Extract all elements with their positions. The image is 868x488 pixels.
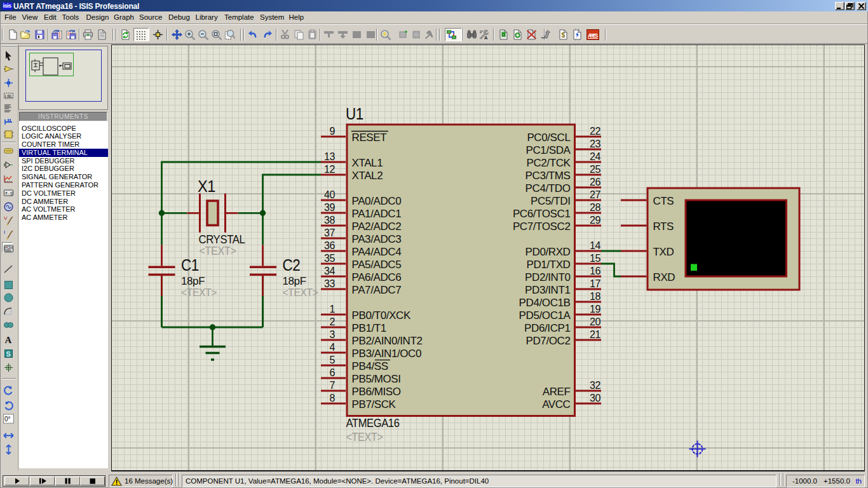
svg-text:PB1/T1: PB1/T1 [352,322,386,334]
svg-text:PD2/INT0: PD2/INT0 [525,271,570,283]
svg-text:PA1/ADC1: PA1/ADC1 [352,208,402,220]
svg-text:24: 24 [590,151,600,162]
svg-text:PA0/ADC0: PA0/ADC0 [352,195,402,207]
svg-text:PB2/AIN0/INT2: PB2/AIN0/INT2 [352,335,423,347]
svg-text:33: 33 [324,278,335,289]
svg-text:19: 19 [590,304,600,315]
svg-text:21: 21 [590,329,600,340]
svg-text:PB4/SS: PB4/SS [352,360,388,372]
svg-text:<TEXT>: <TEXT> [283,287,318,299]
svg-text:14: 14 [590,240,600,251]
svg-text:40: 40 [324,189,335,200]
svg-text:8: 8 [330,393,336,403]
svg-text:PD7/OC2: PD7/OC2 [526,335,571,347]
svg-text:34: 34 [324,266,335,276]
svg-text:26: 26 [590,177,600,187]
svg-text:23: 23 [590,139,600,149]
svg-text:32: 32 [590,380,600,391]
svg-text:PB0/T0/XCK: PB0/T0/XCK [352,309,411,322]
svg-text:PC6/TOSC1: PC6/TOSC1 [513,208,571,220]
svg-text:PC2/TCK: PC2/TCK [527,157,571,169]
svg-text:PA2/ADC2: PA2/ADC2 [352,220,402,233]
svg-text:ARES: ARES [588,32,599,39]
svg-text:PC3/TMS: PC3/TMS [526,170,571,182]
svg-text:RESET: RESET [352,132,387,144]
svg-text:16: 16 [590,266,600,276]
svg-text:PD1/TXD: PD1/TXD [527,259,571,271]
svg-text:PA6/ADC6: PA6/ADC6 [352,271,402,283]
svg-text:3: 3 [330,329,336,340]
svg-text:2: 2 [330,316,336,327]
svg-text:AVCC: AVCC [542,398,570,410]
svg-text:I: I [4,229,5,235]
svg-text:PC4/TDO: PC4/TDO [526,182,571,194]
svg-text:PD6/ICP1: PD6/ICP1 [524,322,570,334]
svg-text:PA4/ADC4: PA4/ADC4 [352,246,402,258]
svg-text:A: A [5,335,12,345]
svg-text:PC1/SDA: PC1/SDA [526,144,571,156]
svg-text:36: 36 [324,240,335,251]
svg-text:TXD: TXD [653,246,674,258]
svg-text:5: 5 [330,355,336,365]
svg-text:PC0/SCL: PC0/SCL [527,132,570,144]
svg-text:C2: C2 [283,256,301,274]
svg-text:U1: U1 [346,105,363,123]
svg-text:37: 37 [324,227,335,238]
svg-text:PA7/ADC7: PA7/ADC7 [352,284,402,296]
svg-text:18: 18 [590,291,600,302]
svg-text:25: 25 [590,164,600,175]
svg-text:<TEXT>: <TEXT> [200,245,236,257]
svg-text:LBL: LBL [5,94,13,98]
svg-text:PD3/INT1: PD3/INT1 [525,284,570,296]
svg-text:<TEXT>: <TEXT> [181,287,217,299]
svg-text:PC5/TDI: PC5/TDI [531,195,570,207]
svg-text:27: 27 [590,189,600,200]
svg-text:28: 28 [590,202,600,213]
svg-text:ATMEGA16: ATMEGA16 [346,417,400,430]
svg-text:1: 1 [330,304,336,315]
svg-text:39: 39 [324,202,335,213]
svg-text:15: 15 [590,253,600,264]
svg-text:13: 13 [324,151,335,162]
svg-text:A: A [484,35,488,40]
svg-text:PD4/OC1B: PD4/OC1B [519,297,571,309]
svg-text:PB5/MOSI: PB5/MOSI [352,373,401,385]
svg-text:$: $ [562,32,566,39]
svg-text:RXD: RXD [653,271,675,283]
svg-text:9: 9 [330,126,336,137]
svg-text:XTAL2: XTAL2 [352,170,383,182]
svg-text:RTS: RTS [653,220,674,233]
svg-text:CTS: CTS [653,195,674,207]
svg-text:17: 17 [590,278,600,289]
svg-text:0°: 0° [4,416,11,423]
svg-text:6: 6 [330,367,336,378]
svg-text:35: 35 [324,253,335,264]
svg-text:4: 4 [330,342,336,353]
svg-text:PB7/SCK: PB7/SCK [352,398,397,410]
svg-text:S: S [6,350,11,358]
svg-text:PD0/RXD: PD0/RXD [526,246,571,258]
svg-text:AREF: AREF [543,386,571,398]
svg-text:18pF: 18pF [283,275,306,287]
svg-text:PB3/AIN1/OC0: PB3/AIN1/OC0 [352,348,422,360]
svg-text:XTAL1: XTAL1 [352,157,383,169]
svg-text:38: 38 [324,215,335,226]
svg-text:7: 7 [330,380,336,391]
svg-text:30: 30 [590,393,600,403]
svg-text:PC7/TOSC2: PC7/TOSC2 [513,220,571,233]
svg-text:20: 20 [590,316,600,327]
svg-text:<TEXT>: <TEXT> [346,431,383,444]
svg-text:PD5/OC1A: PD5/OC1A [519,309,571,322]
svg-text:e.g: e.g [5,191,13,196]
svg-text:12: 12 [324,164,335,175]
svg-text:18pF: 18pF [181,275,205,287]
svg-text:V: V [4,215,8,221]
svg-text:22: 22 [590,126,600,137]
svg-text:PA5/ADC5: PA5/ADC5 [352,259,402,271]
svg-text:X1: X1 [198,177,215,195]
svg-text:29: 29 [590,215,600,226]
svg-text:PB6/MISO: PB6/MISO [352,386,401,398]
svg-text:PA3/ADC3: PA3/ADC3 [352,233,402,245]
svg-text:C1: C1 [181,256,199,274]
